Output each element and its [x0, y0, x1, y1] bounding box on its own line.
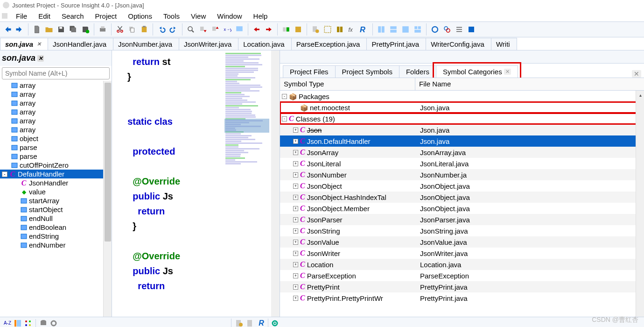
scroll-up-icon[interactable]: ▴ — [636, 91, 644, 99]
layout2-button[interactable] — [388, 24, 399, 35]
close-tab-icon[interactable]: ✕ — [37, 41, 41, 47]
paste-button[interactable] — [139, 24, 150, 35]
expander-icon[interactable]: + — [293, 228, 298, 234]
symbol-tree-item[interactable]: -CDefaultHandler — [0, 170, 112, 178]
symbol-tree-item[interactable]: CJsonHandler — [0, 178, 112, 187]
menu-search[interactable]: Search — [57, 11, 89, 21]
col-file-name[interactable]: File Name — [415, 78, 644, 90]
sync-all-button[interactable] — [441, 24, 453, 35]
symbol-tree-item[interactable]: endBoolean — [0, 223, 112, 232]
symbol-row[interactable]: +CJsonWriterJsonWriter.java — [280, 248, 644, 259]
symbol-row[interactable]: -CClasses (19) — [280, 113, 644, 124]
expander-icon[interactable]: + — [293, 240, 298, 245]
go-to-prev-button[interactable] — [251, 24, 262, 35]
code-editor[interactable]: return st } static clas protected @Overr… — [112, 50, 280, 317]
symbol-row[interactable]: 📦net.mooctestJson.java — [280, 102, 644, 113]
expander-icon[interactable]: + — [293, 172, 298, 178]
expander-icon[interactable]: - — [282, 116, 287, 121]
class-button[interactable] — [466, 24, 477, 35]
expander-icon[interactable]: + — [293, 128, 298, 133]
expander-icon[interactable]: + — [293, 262, 298, 267]
project-tab[interactable]: Project Files — [283, 65, 336, 78]
menu-tools[interactable]: Tools — [159, 11, 184, 21]
minimap[interactable] — [224, 52, 269, 314]
symbol-row[interactable]: +CJsonJson.java — [280, 124, 644, 135]
expander-icon[interactable]: + — [293, 150, 298, 155]
menu-help[interactable]: Help — [249, 11, 273, 21]
menu-view[interactable]: View — [186, 11, 210, 21]
col-symbol-type[interactable]: Symbol Type — [280, 78, 415, 90]
find-prev-button[interactable] — [197, 24, 209, 35]
menu-options[interactable]: Options — [123, 11, 157, 21]
menu-project[interactable]: Project — [91, 11, 122, 21]
close-tab-icon[interactable]: ✕ — [504, 69, 511, 75]
expander-icon[interactable]: + — [293, 161, 298, 166]
expander-icon[interactable]: + — [293, 296, 298, 301]
symbol-tree-item[interactable]: startObject — [0, 205, 112, 214]
doc2-button[interactable] — [245, 319, 255, 327]
symbol-row[interactable]: +CPrettyPrintPrettyPrint.java — [280, 281, 644, 292]
print-button[interactable] — [97, 24, 108, 35]
symbol-tree-item[interactable]: array — [0, 125, 112, 134]
editor-scrollbar[interactable] — [271, 50, 280, 317]
find-next-button[interactable] — [210, 24, 221, 35]
sort-az-button[interactable]: A-Z — [3, 319, 12, 327]
copy-button[interactable] — [126, 24, 138, 35]
sync-button[interactable] — [429, 24, 441, 35]
symbol-panel-title[interactable]: son.java ✕ — [0, 50, 112, 66]
relation2-button[interactable]: R — [257, 319, 266, 327]
panel-close-icon[interactable]: ✕ — [632, 70, 641, 78]
symbol-tree-item[interactable]: parse — [0, 152, 112, 161]
nav-back-button[interactable] — [2, 24, 13, 35]
expander-icon[interactable]: + — [293, 284, 298, 290]
symbol-scrollbar[interactable] — [103, 81, 112, 317]
menu-edit[interactable]: Edit — [34, 11, 55, 21]
save-as-button[interactable] — [80, 24, 91, 35]
layout3-button[interactable] — [400, 24, 411, 35]
file-tab[interactable]: Location.java — [238, 38, 291, 50]
expander-icon[interactable]: + — [293, 184, 298, 189]
expander-icon[interactable]: + — [293, 217, 298, 222]
symbol-tree-item[interactable]: cutOffPointZero — [0, 161, 112, 170]
symbol-tree-item[interactable]: startArray — [0, 196, 112, 205]
file-tab[interactable]: ParseException.java — [291, 38, 367, 50]
file-tab[interactable]: PrettyPrint.java — [366, 38, 426, 50]
open-file-button[interactable] — [43, 24, 55, 35]
symbol-row[interactable]: +CJsonArrayJsonArray.java — [280, 147, 644, 158]
nav-forward-button[interactable] — [14, 24, 25, 35]
symbol-row[interactable]: +CJsonObject.MemberJsonObject.java — [280, 203, 644, 214]
book2-button[interactable] — [334, 24, 345, 35]
filter-button[interactable] — [23, 319, 33, 327]
layout1-button[interactable] — [376, 24, 387, 35]
symbol-tree-item[interactable]: array — [0, 107, 112, 116]
search-files-button[interactable] — [234, 24, 245, 35]
find-button[interactable] — [185, 24, 196, 35]
db-button[interactable] — [39, 319, 48, 327]
symbol-tree-item[interactable]: ◆value — [0, 187, 112, 196]
project-scrollbar[interactable]: ▴ — [636, 91, 644, 317]
save-button[interactable] — [56, 24, 67, 35]
scroll-thumb[interactable] — [105, 83, 111, 242]
file-tab[interactable]: JsonWriter.java — [179, 38, 238, 50]
symbol-search-input[interactable] — [2, 67, 110, 79]
list-button[interactable] — [454, 24, 465, 35]
symbol-tree-item[interactable]: array — [0, 116, 112, 125]
symbol-row[interactable]: +CParseExceptionParseException — [280, 270, 644, 281]
symbol-row[interactable]: +CJsonValueJsonValue.java — [280, 236, 644, 248]
tree-view-button[interactable] — [13, 319, 22, 327]
symbol-tree-item[interactable]: endString — [0, 232, 112, 241]
menu-window[interactable]: Window — [212, 11, 246, 21]
menu-file[interactable]: File — [11, 11, 32, 21]
symbol-tree-item[interactable]: array — [0, 99, 112, 107]
relation-button[interactable]: R — [358, 24, 370, 35]
symbol-row[interactable]: +CJsonLiteralJsonLiteral.java — [280, 158, 644, 169]
gear2-button[interactable] — [270, 319, 280, 327]
expander-icon[interactable]: + — [293, 251, 298, 256]
project-body[interactable]: -📦Packages📦net.mooctestJson.java-CClasse… — [280, 91, 644, 317]
fx-button[interactable]: fx — [346, 24, 357, 35]
symbol-row[interactable]: +CJsonObjectJsonObject.java — [280, 180, 644, 192]
file-tab[interactable]: Writi — [491, 38, 517, 50]
gear-button[interactable] — [49, 319, 58, 327]
symbol-row[interactable]: -📦Packages — [280, 91, 644, 102]
symbol-tree-item[interactable]: object — [0, 134, 112, 143]
